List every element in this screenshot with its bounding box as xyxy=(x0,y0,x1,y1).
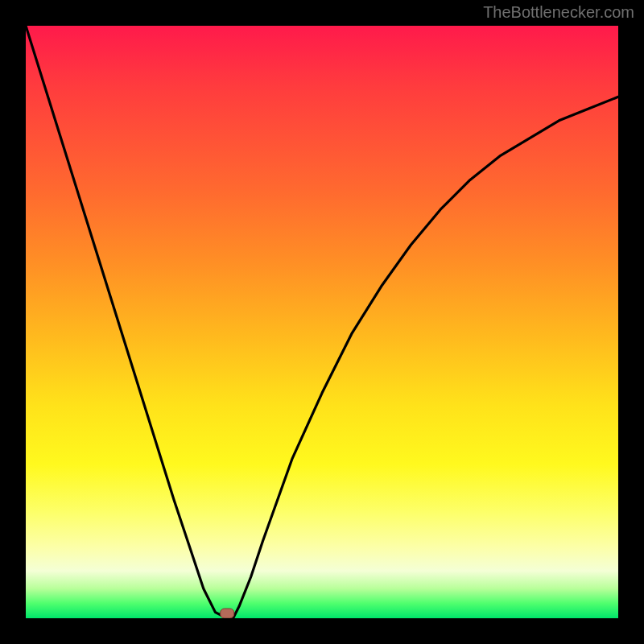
watermark-text: TheBottlenecker.com xyxy=(483,3,634,22)
chart-frame: TheBottlenecker.com xyxy=(0,0,644,644)
minimum-marker xyxy=(221,609,234,618)
bottleneck-curve xyxy=(26,26,618,618)
plot-area xyxy=(26,26,618,618)
curve-path xyxy=(26,26,618,618)
